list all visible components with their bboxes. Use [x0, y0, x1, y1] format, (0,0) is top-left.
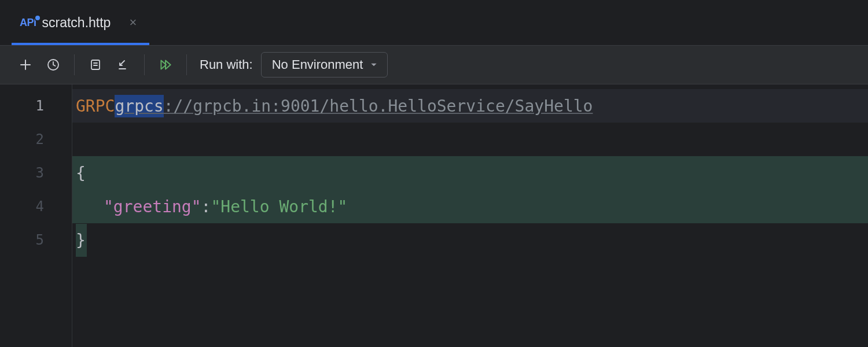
svg-rect-1: [91, 60, 100, 69]
file-tab[interactable]: API scratch.http ×: [12, 0, 149, 45]
line-number: 1: [0, 89, 72, 123]
code-line[interactable]: }: [72, 223, 868, 257]
tab-filename: scratch.http: [42, 15, 111, 31]
import-button[interactable]: [111, 52, 136, 77]
json-string-value: "Hello World!": [211, 197, 347, 216]
line-number: 2: [0, 123, 72, 156]
json-key: "greeting": [104, 197, 201, 216]
environment-selected-label: No Environment: [272, 57, 363, 72]
environment-select[interactable]: No Environment: [261, 52, 388, 77]
code-editor[interactable]: 1 2 3 4 5 GRPC grpcs://grpcb.in:9001/hel…: [0, 84, 868, 347]
chevron-down-icon: [370, 61, 378, 69]
json-close-brace: }: [76, 224, 87, 257]
json-open-brace: {: [76, 164, 86, 183]
plus-icon: [19, 58, 32, 72]
code-line[interactable]: {: [72, 156, 868, 190]
url-scheme-selected: grpcs: [115, 95, 163, 117]
run-all-button[interactable]: [153, 52, 178, 77]
code-line[interactable]: "greeting": "Hello World!": [72, 190, 868, 223]
toolbar-separator: [144, 54, 145, 75]
toolbar-separator: [74, 54, 75, 75]
history-icon: [46, 58, 60, 72]
request-url: grpcs://grpcb.in:9001/hello.HelloService…: [115, 97, 593, 116]
tab-bar: API scratch.http ×: [0, 0, 868, 45]
toolbar-separator: [186, 54, 187, 75]
run-with-section: Run with: No Environment: [200, 52, 388, 77]
url-rest: ://grpcb.in:9001/hello.HelloService/SayH…: [164, 97, 593, 116]
line-number: 3: [0, 156, 72, 190]
code-line[interactable]: [72, 123, 868, 156]
add-request-button[interactable]: [13, 52, 38, 77]
line-number: 5: [0, 223, 72, 257]
run-with-label: Run with:: [200, 57, 253, 72]
code-line[interactable]: GRPC grpcs://grpcb.in:9001/hello.HelloSe…: [72, 89, 868, 123]
api-file-icon: API: [20, 17, 36, 29]
editor-toolbar: Run with: No Environment: [0, 45, 868, 84]
line-number: 4: [0, 190, 72, 223]
run-all-icon: [158, 57, 173, 72]
close-tab-button[interactable]: ×: [129, 15, 137, 30]
import-icon: [116, 58, 130, 72]
request-method: GRPC: [76, 97, 115, 116]
line-number-gutter: 1 2 3 4 5: [0, 84, 72, 347]
examples-icon: [89, 58, 102, 72]
json-colon: :: [201, 197, 211, 216]
code-area[interactable]: GRPC grpcs://grpcb.in:9001/hello.HelloSe…: [72, 84, 868, 347]
examples-button[interactable]: [83, 52, 108, 77]
history-button[interactable]: [41, 52, 66, 77]
